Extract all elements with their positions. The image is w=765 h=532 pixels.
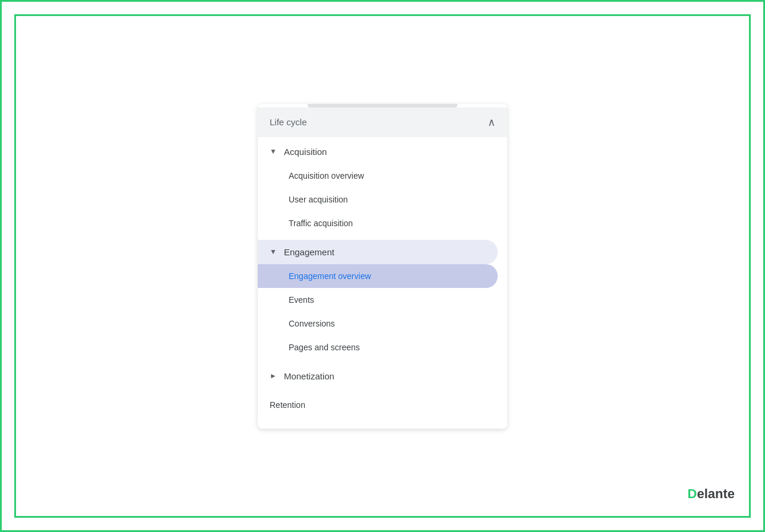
user-acquisition-item[interactable]: User acquisition [258,188,498,211]
conversions-label: Conversions [289,319,335,328]
monetization-group: ► Monetization [258,362,507,391]
pages-and-screens-label: Pages and screens [289,343,360,352]
engagement-overview-item[interactable]: Engagement overview [258,264,498,288]
lifecycle-label: Life cycle [270,117,307,127]
retention-group: Retention [258,391,507,419]
engagement-label: Engagement [284,247,334,257]
acquisition-category[interactable]: ▼ Acquisition [258,140,507,164]
monetization-label: Monetization [284,371,334,381]
traffic-acquisition-label: Traffic acquisition [289,218,353,228]
nav-panel: Life cycle ∧ ▼ Acquisition Acquisition o… [258,104,507,429]
engagement-arrow-icon: ▼ [270,248,277,256]
retention-item[interactable]: Retention [258,393,498,417]
acquisition-overview-label: Acquisition overview [289,171,364,180]
user-acquisition-label: User acquisition [289,195,348,204]
monetization-arrow-icon: ► [270,372,277,380]
outer-border: Life cycle ∧ ▼ Acquisition Acquisition o… [14,14,751,518]
branding: D elante [688,486,735,502]
monetization-category[interactable]: ► Monetization [258,364,507,388]
conversions-item[interactable]: Conversions [258,312,498,335]
retention-label: Retention [270,400,305,410]
acquisition-arrow-icon: ▼ [270,147,277,156]
engagement-category[interactable]: ▼ Engagement [258,240,498,264]
chevron-up-icon: ∧ [488,116,495,129]
branding-text: elante [697,486,735,502]
acquisition-group: ▼ Acquisition Acquisition overview User … [258,137,507,238]
engagement-group: ▼ Engagement Engagement overview Events … [258,238,507,362]
traffic-acquisition-item[interactable]: Traffic acquisition [258,211,498,235]
lifecycle-section-header[interactable]: Life cycle ∧ [258,107,507,137]
events-item[interactable]: Events [258,288,498,312]
branding-accent-letter: D [688,486,697,502]
events-label: Events [289,295,314,305]
acquisition-label: Acquisition [284,147,327,157]
pages-and-screens-item[interactable]: Pages and screens [258,335,498,359]
acquisition-overview-item[interactable]: Acquisition overview [258,164,498,188]
engagement-overview-label: Engagement overview [289,271,371,281]
